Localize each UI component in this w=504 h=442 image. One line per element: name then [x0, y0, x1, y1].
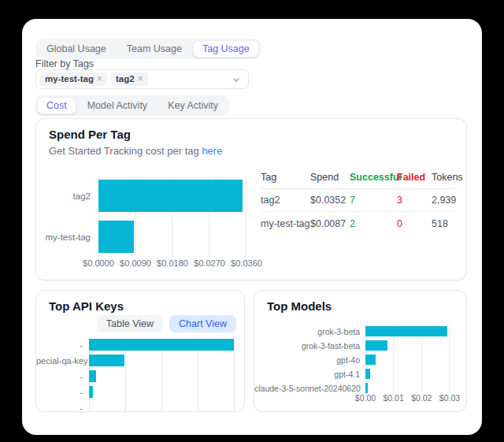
- spend-per-tag-card: Spend Per Tag Get Started Tracking cost …: [35, 118, 467, 280]
- axis-tick: $0.03: [439, 393, 460, 403]
- main-panel: Global Usage Team Usage Tag Usage Filter…: [22, 19, 482, 435]
- top-api-keys-card: Top API Keys Table View Chart View -peci…: [35, 290, 245, 412]
- chart-row: gpt-4.1: [254, 367, 450, 381]
- filter-by-tags-label: Filter by Tags: [35, 58, 94, 69]
- chart-row: -: [36, 384, 235, 400]
- bar-track: [365, 325, 450, 339]
- table-view-button[interactable]: Table View: [97, 315, 163, 332]
- chart-view-button[interactable]: Chart View: [169, 315, 236, 332]
- bar-track: [89, 400, 235, 412]
- chart-row: my-test-tag: [36, 217, 246, 258]
- bar-label: -: [36, 388, 89, 397]
- axis-tick: $0.0270: [194, 258, 225, 268]
- view-toggle: Table View Chart View: [97, 315, 236, 332]
- bar-label: grok-3-fast-beta: [254, 341, 365, 351]
- chevron-down-icon: [232, 75, 241, 84]
- bar[interactable]: [365, 355, 376, 365]
- bar-label: claude-3-5-sonnet-20240620: [254, 384, 365, 393]
- chart-row: grok-3-beta: [254, 325, 450, 339]
- tab-tag-usage[interactable]: Tag Usage: [193, 40, 259, 58]
- bar-label: gpt-4.1: [254, 370, 365, 379]
- usage-tabs: Global Usage Team Usage Tag Usage: [35, 39, 261, 59]
- cell-tag: tag2: [261, 195, 310, 206]
- chart-row: pecial-qa-key: [36, 353, 235, 369]
- cost-activity-tabs: Cost Model Activity Key Activity: [35, 95, 229, 116]
- cell-failed: 0: [397, 218, 432, 229]
- col-tag: Tag: [261, 172, 310, 183]
- chart-row: -: [36, 369, 235, 384]
- remove-tag-icon[interactable]: ×: [138, 74, 143, 84]
- top-models-chart: grok-3-betagrok-3-fast-betagpt-4ogpt-4.1…: [254, 325, 450, 396]
- bar-track: [98, 217, 246, 258]
- bar-track: [89, 353, 235, 369]
- bar-label: pecial-qa-key: [36, 356, 89, 366]
- bar-track: [89, 384, 235, 400]
- bar-label: grok-3-beta: [254, 327, 365, 336]
- table-row: my-test-tag $0.0087 2 0 518: [261, 212, 455, 235]
- top-models-card: Top Models grok-3-betagrok-3-fast-betagp…: [254, 290, 467, 412]
- spend-table-header: Tag Spend Successful Failed Tokens: [261, 166, 455, 189]
- tag-filter-select[interactable]: my-test-tag × tag2 ×: [35, 69, 249, 89]
- bar-track: [365, 367, 450, 381]
- cell-spend: $0.0087: [310, 218, 350, 229]
- bar[interactable]: [89, 386, 93, 398]
- bar[interactable]: [89, 339, 234, 351]
- cell-tokens: 2,939: [432, 195, 456, 206]
- bar-track: [98, 176, 246, 217]
- bar[interactable]: [365, 340, 387, 351]
- bar[interactable]: [98, 180, 243, 212]
- col-failed: Failed: [397, 172, 432, 183]
- tab-global-usage[interactable]: Global Usage: [37, 40, 116, 58]
- cell-successful: 7: [350, 195, 397, 206]
- axis-tick: $0.0090: [120, 258, 151, 268]
- cell-tag: my-test-tag: [261, 218, 310, 229]
- bar-label: my-test-tag: [36, 232, 98, 242]
- axis-tick: $0.01: [384, 393, 404, 403]
- bar[interactable]: [365, 383, 368, 393]
- cell-successful: 2: [350, 218, 397, 229]
- chart-row: -: [36, 337, 235, 353]
- tab-model-activity[interactable]: Model Activity: [78, 97, 157, 114]
- spend-card-title: Spend Per Tag: [49, 128, 131, 141]
- axis-tick: $0.02: [411, 393, 432, 403]
- col-successful: Successful: [350, 172, 397, 183]
- api-keys-card-title: Top API Keys: [49, 299, 124, 313]
- axis-tick: $0.0180: [157, 258, 188, 268]
- bar[interactable]: [98, 221, 134, 253]
- remove-tag-icon[interactable]: ×: [97, 74, 102, 84]
- cell-spend: $0.0352: [310, 195, 350, 206]
- here-link[interactable]: here: [202, 145, 222, 157]
- bar-label: -: [36, 340, 89, 350]
- tag-chip[interactable]: tag2 ×: [111, 72, 148, 86]
- cell-tokens: 518: [432, 218, 455, 229]
- bar[interactable]: [365, 369, 370, 379]
- spend-table: Tag Spend Successful Failed Tokens tag2 …: [261, 166, 455, 235]
- col-tokens: Tokens: [432, 172, 463, 183]
- tag-chip-label: my-test-tag: [45, 74, 94, 84]
- tab-cost[interactable]: Cost: [37, 97, 76, 114]
- chart-row: -: [36, 400, 235, 412]
- tag-chip[interactable]: my-test-tag ×: [40, 72, 107, 86]
- table-row: tag2 $0.0352 7 3 2,939: [261, 189, 455, 212]
- axis-tick: $0.0360: [231, 258, 262, 268]
- bar[interactable]: [89, 355, 124, 366]
- bar-track: [89, 369, 235, 384]
- spend-card-subtitle: Get Started Tracking cost per tag here: [49, 145, 222, 157]
- bar[interactable]: [365, 326, 447, 336]
- tag-chip-label: tag2: [116, 74, 135, 84]
- tab-team-usage[interactable]: Team Usage: [117, 40, 191, 58]
- bar-track: [365, 353, 450, 367]
- bar[interactable]: [89, 370, 96, 382]
- tab-key-activity[interactable]: Key Activity: [158, 97, 228, 114]
- bar-track: [89, 337, 235, 353]
- models-card-title: Top Models: [267, 299, 332, 313]
- bar-label: tag2: [36, 191, 98, 201]
- bar-label: -: [36, 372, 89, 381]
- col-spend: Spend: [310, 172, 350, 183]
- bar-track: [365, 339, 450, 353]
- chart-row: gpt-4o: [254, 353, 450, 367]
- bar-label: -: [36, 403, 89, 412]
- chart-row: grok-3-fast-beta: [254, 339, 450, 353]
- cell-failed: 3: [397, 195, 432, 206]
- chart-row: tag2: [36, 176, 246, 217]
